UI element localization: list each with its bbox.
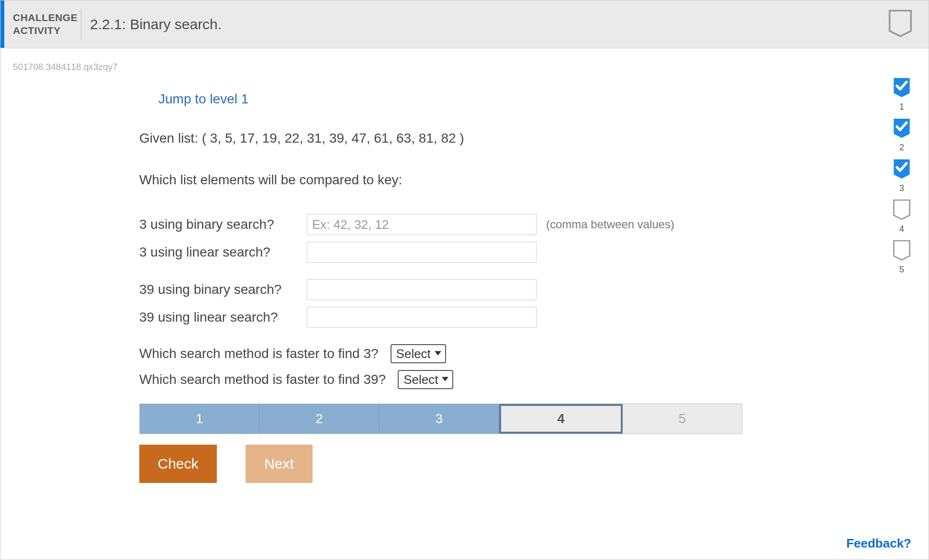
jump-to-level-link[interactable]: Jump to level 1 (158, 91, 914, 107)
level-number: 4 (899, 224, 904, 234)
level-rail: 12345 (892, 77, 911, 275)
q4-input[interactable] (307, 307, 537, 328)
question-row-4: 39 using linear search? (139, 307, 914, 328)
header-divider (81, 9, 81, 40)
hash-id: 501708.3484118.qx3zqy7 (0, 48, 929, 72)
question-row-1: 3 using binary search? (comma between va… (139, 214, 914, 235)
level-indicator-3[interactable]: 3 (892, 158, 911, 193)
checkmark-badge-icon (892, 118, 911, 139)
bookmark-icon (892, 240, 911, 261)
level-indicator-5[interactable]: 5 (892, 240, 911, 275)
bookmark-icon[interactable] (886, 10, 914, 39)
activity-header: CHALLENGE ACTIVITY 2.2.1: Binary search. (0, 0, 929, 48)
q1-input[interactable] (307, 214, 537, 235)
question-row-3: 39 using binary search? (139, 279, 914, 300)
progress-segment-4[interactable]: 4 (499, 404, 622, 434)
checkmark-badge-icon (892, 158, 911, 179)
progress-segment-3[interactable]: 3 (380, 404, 499, 434)
check-button[interactable]: Check (139, 445, 217, 483)
next-button[interactable]: Next (246, 445, 313, 483)
checkmark-badge-icon (892, 77, 911, 98)
level-number: 1 (899, 102, 904, 112)
progress-segment-2[interactable]: 2 (259, 404, 379, 434)
q6-select[interactable]: Select (398, 370, 453, 389)
question-row-2: 3 using linear search? (139, 242, 914, 263)
level-number: 3 (899, 183, 904, 193)
level-indicator-4[interactable]: 4 (892, 199, 911, 234)
progress-segment-1[interactable]: 1 (140, 404, 259, 434)
q5-label: Which search method is faster to find 3? (139, 346, 379, 361)
q6-label: Which search method is faster to find 39… (139, 372, 386, 387)
level-indicator-2[interactable]: 2 (892, 118, 911, 153)
q6-select-value: Select (403, 372, 438, 387)
q5-select[interactable]: Select (391, 344, 446, 363)
progress-bar: 12345 (139, 403, 742, 434)
given-list: Given list: ( 3, 5, 17, 19, 22, 31, 39, … (139, 131, 914, 146)
progress-segment-5[interactable]: 5 (623, 404, 742, 434)
activity-title: 2.2.1: Binary search. (90, 16, 222, 33)
q2-input[interactable] (307, 242, 537, 263)
level-number: 2 (899, 143, 904, 153)
q1-hint: (comma between values) (546, 218, 674, 231)
question-row-6: Which search method is faster to find 39… (139, 370, 914, 389)
q5-select-value: Select (396, 347, 431, 361)
accent-stripe (0, 0, 4, 48)
question-row-5: Which search method is faster to find 3?… (139, 344, 914, 363)
level-number: 5 (899, 265, 904, 275)
bookmark-icon (892, 199, 911, 220)
level-indicator-1[interactable]: 1 (892, 77, 911, 112)
chevron-down-icon (442, 377, 448, 381)
q2-label: 3 using linear search? (139, 245, 307, 260)
q4-label: 39 using linear search? (139, 310, 307, 325)
q3-label: 39 using binary search? (139, 282, 307, 297)
feedback-link[interactable]: Feedback? (846, 536, 911, 551)
question-intro: Which list elements will be compared to … (139, 172, 914, 188)
chevron-down-icon (435, 351, 441, 356)
q3-input[interactable] (307, 279, 537, 300)
challenge-label: CHALLENGE ACTIVITY (4, 6, 81, 43)
q1-label: 3 using binary search? (139, 217, 307, 232)
